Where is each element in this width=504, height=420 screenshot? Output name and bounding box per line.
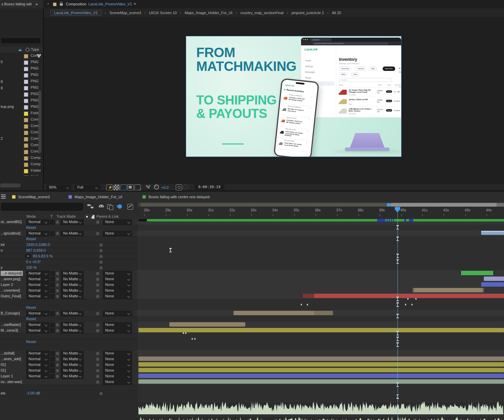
- preserve-transparency-toggle[interactable]: [50, 271, 55, 276]
- parent-select[interactable]: None: [103, 351, 132, 356]
- track-matte-select[interactable]: No Matte: [61, 282, 84, 288]
- shy-layers-icon[interactable]: [98, 203, 105, 210]
- preserve-transparency-toggle[interactable]: [50, 220, 55, 224]
- layer-duration-bar[interactable]: [493, 271, 495, 275]
- transfer-controls-icon[interactable]: [85, 215, 89, 219]
- breadcrumb-item[interactable]: pinpoint_justcircle 2: [291, 11, 324, 15]
- parent-pickwhip-icon[interactable]: ◎: [99, 265, 103, 270]
- timeline-menu-icon[interactable]: [1, 195, 6, 199]
- project-item-row[interactable]: Composition: [0, 123, 43, 129]
- parent-select[interactable]: None: [103, 282, 132, 288]
- playhead-line[interactable]: [397, 207, 398, 420]
- project-item-row[interactable]: kup.pngPNG: [0, 104, 43, 110]
- layer-name[interactable]: ...igncallout]: [1, 231, 20, 236]
- layer-name[interactable]: Outro_Final]: [1, 294, 21, 299]
- preserve-transparency-toggle[interactable]: [50, 323, 55, 327]
- project-item-row[interactable]: Composition: [0, 53, 43, 59]
- track-matte-select[interactable]: No Matte: [61, 328, 84, 333]
- breadcrumb-item[interactable]: SceneMap_scene3: [110, 11, 141, 15]
- fast-previews-icon[interactable]: ⚡: [106, 184, 113, 191]
- track-matte-select[interactable]: No Matte: [61, 322, 84, 328]
- blend-mode-select[interactable]: Normal: [26, 368, 49, 373]
- reset-link[interactable]: Reset: [26, 225, 36, 230]
- property-value[interactable]: 100 %: [26, 265, 37, 270]
- layer-name[interactable]: B_Consign]: [1, 311, 20, 316]
- live-update-icon[interactable]: [90, 215, 95, 219]
- blend-mode-select[interactable]: Normal: [26, 271, 49, 276]
- current-timecode[interactable]: 0:00:39:19: [194, 184, 224, 190]
- panel-menu-icon[interactable]: ≡: [134, 2, 136, 6]
- parent-select[interactable]: None: [103, 271, 132, 276]
- web-sidebar-item[interactable]: Profile: [303, 58, 335, 63]
- track-matte-select[interactable]: No Matte: [61, 362, 84, 368]
- reset-link[interactable]: Reset: [26, 339, 36, 344]
- timeline-navigator-track[interactable]: [138, 203, 504, 207]
- property-value[interactable]: 887.0,659.0: [26, 248, 46, 253]
- keyframe-dot-icon[interactable]: [185, 332, 186, 334]
- timeline-ruler[interactable]: 28s29s30s31s32s33s34s35s36s37s38s39s40s4…: [138, 207, 504, 219]
- project-item-row[interactable]: Composition: [0, 155, 43, 161]
- show-snapshot-icon[interactable]: [183, 184, 188, 189]
- blend-mode-select[interactable]: Normal: [26, 328, 49, 333]
- project-list-header[interactable]: Type: [0, 46, 43, 53]
- parent-pickwhip-icon[interactable]: ◎: [99, 259, 103, 264]
- layer-duration-bar[interactable]: [459, 271, 461, 275]
- preserve-transparency-toggle[interactable]: [50, 283, 55, 287]
- layer-duration-bar[interactable]: [314, 311, 333, 315]
- layer-duration-bar[interactable]: [481, 282, 504, 287]
- parent-pickwhip-icon[interactable]: ◎: [96, 294, 99, 299]
- layer-duration-bar[interactable]: [138, 362, 504, 367]
- timeline-comp-tab[interactable]: Boxes falling with centre one delayed: [142, 192, 210, 202]
- parent-pickwhip-icon[interactable]: ◎: [96, 271, 99, 276]
- snapshot-camera-icon[interactable]: [176, 184, 182, 191]
- layer-duration-bar[interactable]: [138, 368, 504, 372]
- inventory-row[interactable]: Air Jordan 1 Retro High OG 'Chicago Lost…: [338, 87, 398, 97]
- parent-link-column[interactable]: Parent & Link: [96, 214, 119, 218]
- property-value[interactable]: 83.5,83.5 %: [33, 254, 53, 259]
- resolution-select[interactable]: Full: [75, 184, 100, 190]
- layer-duration-bar[interactable]: [138, 356, 504, 361]
- stopwatch-icon[interactable]: ◎: [56, 294, 59, 299]
- parent-pickwhip-icon[interactable]: ◎: [96, 311, 99, 316]
- active-comp-name[interactable]: LaceLink_PromoVideo_V1: [88, 2, 132, 6]
- layer-duration-bar[interactable]: [303, 294, 314, 298]
- keyframe-dot-icon[interactable]: [411, 304, 413, 305]
- parent-pickwhip-icon[interactable]: ◎: [96, 362, 99, 367]
- region-of-interest-icon[interactable]: [127, 184, 134, 191]
- keyframe-dot-icon[interactable]: [194, 338, 196, 340]
- project-item-row[interactable]: Composition: [0, 142, 43, 149]
- graph-editor-icon[interactable]: [127, 203, 134, 210]
- blend-mode-select[interactable]: Normal: [26, 231, 49, 236]
- preserve-transparency-toggle[interactable]: [50, 363, 55, 367]
- parent-pickwhip-icon[interactable]: ◎: [96, 379, 99, 384]
- stopwatch-icon[interactable]: ◎: [56, 219, 59, 224]
- breadcrumb-item[interactable]: All 20: [332, 11, 341, 15]
- breadcrumb-item[interactable]: UI/UX Screen 10: [149, 11, 177, 15]
- blend-mode-select[interactable]: Normal: [26, 282, 49, 288]
- track-matte-select[interactable]: No Matte: [61, 351, 84, 356]
- parent-pickwhip-icon[interactable]: ◎: [96, 277, 99, 282]
- blend-mode-select[interactable]: Normal: [26, 374, 49, 379]
- layer-name[interactable]: 01]: [1, 362, 6, 367]
- magnification-select[interactable]: 50%: [46, 184, 71, 190]
- layer-name[interactable]: Layer 2: [1, 282, 13, 287]
- parent-select[interactable]: None: [103, 322, 132, 328]
- keyframe-dot-icon[interactable]: [183, 332, 184, 334]
- parent-select[interactable]: None: [103, 374, 132, 379]
- web-sidebar-item[interactable]: Messages: [303, 70, 335, 74]
- inventory-filter-chip[interactable]: Overview: [339, 67, 351, 71]
- keyframe-dot-icon[interactable]: [405, 304, 406, 305]
- stopwatch-icon[interactable]: ◎: [56, 282, 59, 287]
- layer-duration-bar[interactable]: [169, 322, 245, 327]
- blend-mode-select[interactable]: Normal: [26, 362, 49, 368]
- parent-select[interactable]: None: [103, 231, 132, 236]
- project-horizontal-scrollbar[interactable]: [0, 183, 21, 187]
- layer-duration-bar[interactable]: [138, 374, 504, 378]
- layer-duration-bar[interactable]: [409, 219, 413, 221]
- project-item-row[interactable]: gPNG: [0, 85, 43, 91]
- layer-name[interactable]: ...creentext]: [1, 288, 20, 293]
- close-icon[interactable]: ×: [47, 2, 49, 6]
- parent-pickwhip-icon[interactable]: ◎: [96, 231, 99, 236]
- timeline-search-input[interactable]: [1, 203, 83, 211]
- composition-artboard[interactable]: FROMMATCHMAKING TO SHIPPING& PAYOUTS Lac…: [186, 36, 402, 157]
